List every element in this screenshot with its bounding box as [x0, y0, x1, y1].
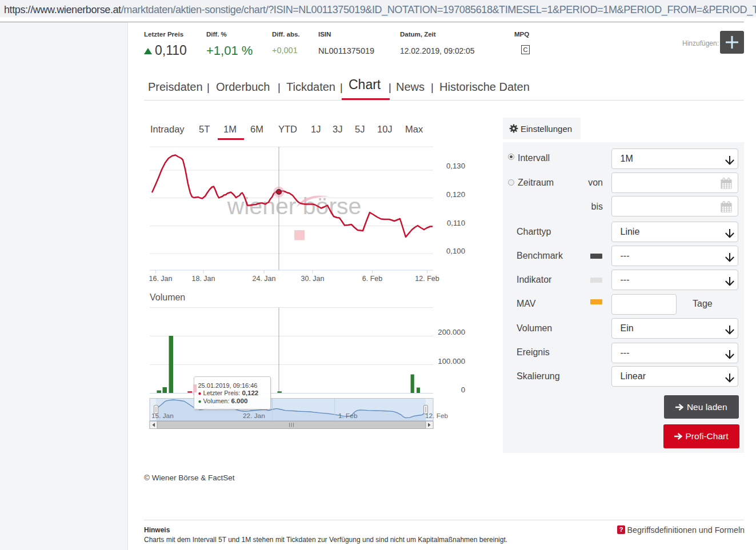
svg-text:16. Jan: 16. Jan: [149, 275, 172, 283]
svg-text:6. Feb: 6. Feb: [362, 275, 382, 283]
svg-text:24. Jan: 24. Jan: [252, 275, 275, 283]
svg-text:12. Feb: 12. Feb: [425, 412, 448, 420]
svg-text:0,120: 0,120: [446, 190, 465, 199]
svg-text:30. Jan: 30. Jan: [301, 275, 324, 283]
svg-text:15. Jan: 15. Jan: [151, 412, 174, 420]
svg-text:1. Feb: 1. Feb: [338, 412, 358, 420]
svg-text:0,130: 0,130: [446, 162, 465, 170]
svg-text:0: 0: [461, 386, 465, 394]
svg-text:18. Jan: 18. Jan: [191, 275, 215, 283]
svg-text:22. Jan: 22. Jan: [243, 412, 265, 420]
svg-text:200.000: 200.000: [438, 328, 465, 336]
svg-text:0,100: 0,100: [446, 247, 465, 255]
svg-text:12. Feb: 12. Feb: [415, 275, 439, 283]
svg-text:0,110: 0,110: [447, 219, 465, 227]
svg-text:100.000: 100.000: [438, 357, 465, 366]
